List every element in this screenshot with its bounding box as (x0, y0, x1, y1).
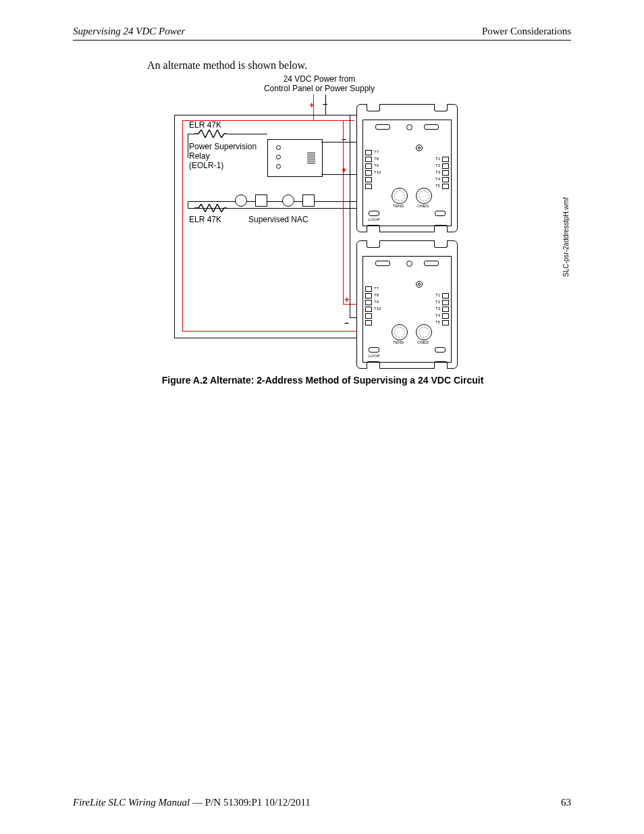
relay-box (267, 139, 323, 177)
term-t1: T1 (435, 157, 440, 161)
rotary-tens-label: TENS (393, 340, 404, 344)
term-t2: T2 (435, 163, 440, 167)
term-t5: T5 (435, 184, 440, 188)
footer-separator: — (190, 797, 205, 808)
term-t10: T10 (374, 170, 381, 174)
term-t7: T7 (374, 286, 379, 290)
footer-part-number: P/N 51309:P1 10/12/2011 (205, 797, 311, 808)
footer-page-number: 63 (561, 797, 571, 808)
rotary-ones-icon (416, 324, 432, 340)
loop-label: LOOP (369, 354, 380, 358)
term-t4: T4 (435, 313, 440, 317)
nac-device-icon (255, 194, 267, 207)
intro-paragraph: An alternate method is shown below. (147, 59, 307, 72)
page-footer: FireLite SLC Wiring Manual — P/N 51309:P… (73, 797, 571, 808)
term-t2: T2 (435, 300, 440, 304)
module-mmf300: T7 T8 T9 T10 T1 T2 T3 T4 T5 TENS (356, 240, 458, 369)
header-section-title: Supervising 24 VDC Power (73, 26, 185, 37)
rotary-tens-label: TENS (393, 204, 404, 208)
header-chapter-title: Power Considerations (482, 26, 571, 37)
rotary-tens-icon (392, 188, 408, 204)
footer-manual-title: FireLite SLC Wiring Manual (73, 797, 190, 808)
loop-label: LOOP (369, 217, 380, 221)
relay-label-3: (EOLR-1) (189, 161, 223, 170)
rotary-ones-label: ONES (417, 204, 429, 208)
term-t1: T1 (435, 293, 440, 297)
page-header: Supervising 24 VDC Power Power Considera… (73, 26, 571, 41)
elr-bottom-label: ELR 47K (189, 215, 221, 224)
term-t9: T9 (374, 163, 379, 167)
polarity-plus-lower: + (344, 294, 350, 305)
term-t4: T4 (435, 177, 440, 181)
figure-a2-diagram: 24 VDC Power from Control Panel or Power… (147, 74, 566, 378)
rotary-ones-label: ONES (417, 340, 429, 344)
supervised-nac-label: Supervised NAC (248, 215, 308, 224)
term-t8: T8 (374, 293, 379, 297)
term-t8: T8 (374, 157, 379, 161)
term-t7: T7 (374, 150, 379, 154)
nac-device-icon (235, 194, 247, 207)
rotary-ones-icon (416, 188, 432, 204)
power-source-label-1: 24 VDC Power from (252, 74, 387, 84)
nac-device-icon (302, 194, 315, 207)
resistor-icon (194, 130, 227, 138)
module-cmf300: T7 T8 T9 T10 T1 T2 T3 T4 T5 (356, 104, 458, 232)
term-t10: T10 (374, 307, 381, 311)
relay-label-1: Power Supervision (189, 142, 257, 151)
elr-top-label: ELR 47K (189, 120, 221, 130)
term-t9: T9 (374, 300, 379, 304)
resistor-icon (194, 204, 227, 212)
power-source-label-2: Control Panel or Power Supply (252, 84, 387, 93)
relay-label-2: Relay (189, 151, 210, 161)
rotary-tens-icon (392, 324, 408, 340)
term-t5: T5 (435, 320, 440, 324)
figure-caption: Figure A.2 Alternate: 2-Address Method o… (147, 375, 498, 386)
figure-source-filename: SLC-psr-2addresstpH.wmf (562, 176, 570, 277)
term-t3: T3 (435, 170, 440, 174)
polarity-minus-lower: – (344, 317, 349, 328)
term-t3: T3 (435, 307, 440, 311)
nac-device-icon (282, 194, 294, 207)
